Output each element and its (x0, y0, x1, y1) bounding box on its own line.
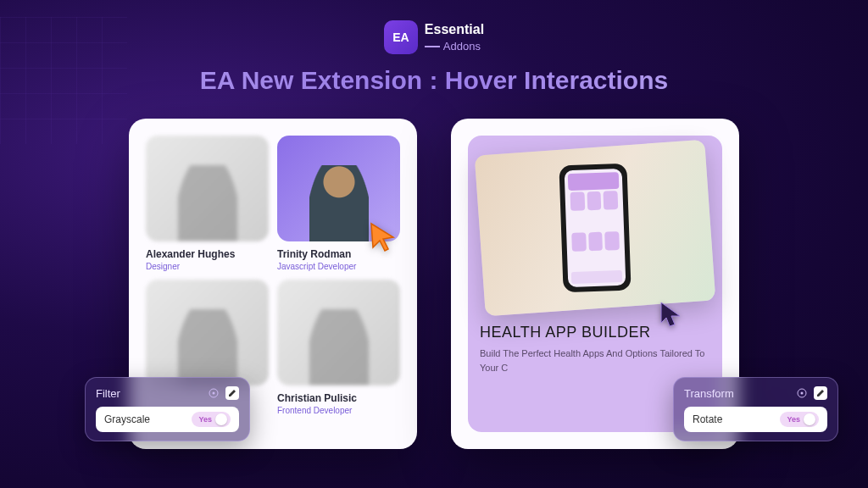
filter-control-card[interactable]: Filter Grayscale Yes (85, 377, 250, 441)
toggle-switch[interactable]: Yes (192, 412, 231, 427)
member-role: Designer (146, 262, 269, 271)
member-photo (146, 280, 269, 385)
decorative-grid (0, 17, 127, 144)
brand-name: Essential (425, 23, 484, 36)
control-title: Filter (96, 387, 120, 400)
member-name: Christian Pulisic (277, 392, 400, 404)
control-option-label: Grayscale (104, 413, 150, 425)
page-title: EA New Extension : Hover Interactions (0, 66, 868, 95)
cursor-arrow-icon (366, 220, 400, 254)
svg-point-1 (213, 392, 215, 395)
control-header: Filter (96, 386, 239, 400)
control-header: Transform (684, 386, 827, 400)
transform-control-card[interactable]: Transform Rotate Yes (673, 377, 838, 441)
team-member[interactable]: Christian Pulisic Frontend Developer (277, 280, 400, 415)
edit-icon[interactable] (225, 386, 239, 400)
promo-description: Build The Perfect Health Apps And Option… (480, 347, 710, 374)
team-grid: Alexander Hughes Designer Trinity Rodman… (146, 136, 400, 415)
control-option-row[interactable]: Rotate Yes (684, 407, 827, 432)
settings-icon[interactable] (207, 386, 220, 400)
toggle-knob (215, 413, 227, 425)
svg-point-3 (801, 392, 804, 395)
header: EA Essential Addons EA New Extension : H… (0, 0, 868, 95)
toggle-switch[interactable]: Yes (780, 412, 819, 427)
toggle-knob (804, 413, 815, 425)
control-option-label: Rotate (693, 413, 722, 425)
control-title: Transform (684, 387, 734, 400)
brand-logo: EA Essential Addons (384, 20, 484, 54)
brand-logo-icon: EA (384, 20, 418, 54)
settings-icon[interactable] (795, 386, 809, 400)
toggle-label: Yes (787, 415, 800, 424)
team-member-active[interactable]: Trinity Rodman Javascript Developer (277, 136, 400, 271)
promo-image (475, 140, 716, 317)
brand-subname: Addons (425, 41, 481, 52)
toggle-label: Yes (198, 415, 212, 424)
edit-icon[interactable] (814, 386, 827, 400)
pixel-cursor-icon (658, 301, 688, 331)
member-role: Frontend Developer (277, 406, 400, 415)
member-photo (277, 280, 400, 385)
member-role: Javascript Developer (277, 262, 400, 271)
phone-mockup (559, 164, 631, 293)
control-option-row[interactable]: Grayscale Yes (96, 407, 239, 432)
brand-logo-text: Essential Addons (425, 23, 484, 53)
member-photo (146, 136, 269, 241)
member-name: Alexander Hughes (146, 248, 269, 260)
team-member[interactable]: Alexander Hughes Designer (146, 136, 269, 271)
